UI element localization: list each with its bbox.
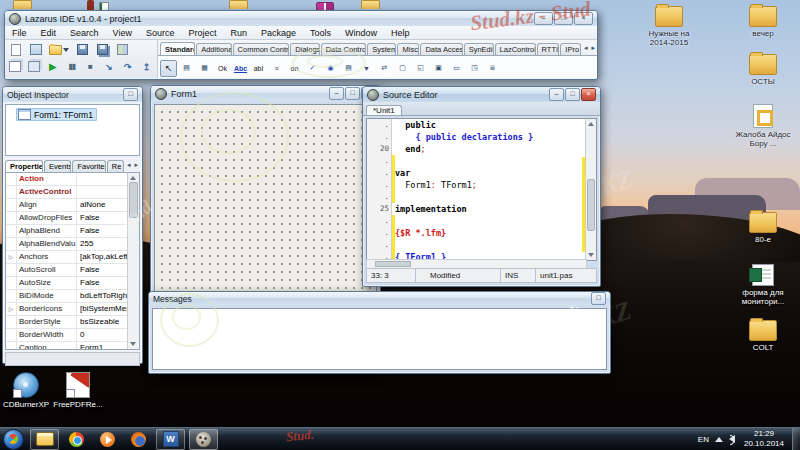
property-row[interactable]: AlignalNone (6, 199, 127, 212)
taskbar-word[interactable]: W (156, 429, 185, 450)
tab-standard[interactable]: Standard (160, 42, 195, 55)
tab-properties[interactable]: Properties (5, 160, 43, 172)
taskbar-explorer[interactable] (30, 429, 59, 450)
desktop-icon-document[interactable]: Жалоба Айдос Бору ... (734, 104, 792, 148)
tree-item-form1[interactable]: Form1: TForm1 (16, 108, 97, 121)
menu-window[interactable]: Window (338, 28, 384, 38)
tradiogroup-icon[interactable]: ◱ (412, 60, 429, 77)
tab-restricted[interactable]: Re (107, 160, 124, 172)
view-forms-button[interactable] (26, 58, 43, 75)
oi-titlebar[interactable]: Object Inspector □ (3, 87, 142, 102)
step-into-button[interactable]: ↘ (101, 58, 118, 75)
desktop-icon-cdburnerxp[interactable]: CDBurnerXP (0, 372, 52, 409)
tbutton-icon[interactable]: Ok (214, 60, 231, 77)
taskbar-media-player[interactable] (94, 430, 121, 449)
tlabel-icon[interactable]: Abc (232, 60, 249, 77)
property-row[interactable]: BorderWidth0 (6, 329, 127, 342)
oi-component-tree[interactable]: Form1: TForm1 (5, 104, 140, 156)
menu-edit[interactable]: Edit (34, 28, 64, 38)
open-dropdown-icon[interactable] (63, 48, 69, 52)
tab-events[interactable]: Events (44, 160, 71, 172)
property-row[interactable]: ▷Anchors[akTop,akLeft] (6, 251, 127, 264)
property-row[interactable]: AutoScrollFalse (6, 264, 127, 277)
menu-tools[interactable]: Tools (303, 28, 338, 38)
desktop-icon-folder[interactable]: ОСТЫ (734, 54, 792, 86)
tab-scroll-right-icon[interactable]: ▸ (590, 44, 598, 52)
desktop-icon-folder[interactable]: 80-е (734, 212, 792, 244)
stop-button[interactable]: ■ (82, 58, 99, 75)
menu-file[interactable]: File (5, 28, 34, 38)
tlistbox-icon[interactable]: ▤ (340, 60, 357, 77)
menu-project[interactable]: Project (181, 28, 223, 38)
show-desktop-button[interactable] (792, 428, 800, 450)
editor-maximize-button[interactable]: □ (565, 88, 580, 101)
oi-scrollbar[interactable] (127, 173, 139, 349)
new-form-button[interactable] (27, 41, 45, 58)
tab-rtti[interactable]: RTTI (537, 43, 560, 55)
editor-minimize-button[interactable]: – (549, 88, 564, 101)
tradiobutton-icon[interactable]: ◉ (322, 60, 339, 77)
run-button[interactable]: ▶ (45, 58, 62, 75)
messages-content[interactable] (152, 308, 607, 370)
menu-package[interactable]: Package (254, 28, 303, 38)
desktop-icon-folder[interactable]: COLT (734, 320, 792, 352)
tab-unit1[interactable]: *Unit1 (366, 105, 402, 115)
tscrollbar-icon[interactable]: ⇄ (376, 60, 393, 77)
property-row[interactable]: ▷BorderIcons[biSystemMenu, (6, 303, 127, 316)
messages-close-button[interactable]: □ (591, 292, 606, 305)
property-row[interactable]: AllowDropFilesFalse (6, 212, 127, 225)
open-button[interactable] (47, 41, 71, 58)
oi-tab-scroll-left-icon[interactable]: ◂ (125, 161, 133, 169)
messages-titlebar[interactable]: Messages □ (149, 292, 610, 305)
oi-tab-scroll-right-icon[interactable]: ▸ (132, 161, 140, 169)
tcheckbox-icon[interactable]: ✓ (304, 60, 321, 77)
tab-system[interactable]: System (367, 43, 396, 55)
save-button[interactable] (73, 41, 91, 58)
partial-folder-icon[interactable] (361, 0, 380, 9)
partial-folder-icon[interactable] (13, 0, 32, 9)
menu-help[interactable]: Help (384, 28, 417, 38)
start-button[interactable] (3, 429, 24, 450)
desktop-icon-spreadsheet[interactable]: форма для монитори... (734, 264, 792, 306)
menu-view[interactable]: View (106, 28, 139, 38)
editor-vscrollbar[interactable] (585, 119, 596, 260)
tcheckgroup-icon[interactable]: ▣ (430, 60, 447, 77)
property-row[interactable]: AlphaBlendValu255 (6, 238, 127, 251)
editor-titlebar[interactable]: Source Editor – □ × (363, 87, 600, 102)
partial-folder-icon[interactable] (229, 0, 248, 9)
tmainmenu-icon[interactable]: ▤ (178, 60, 195, 77)
property-row[interactable]: Action (6, 173, 127, 186)
oi-close-button[interactable]: □ (123, 88, 138, 101)
tab-additional[interactable]: Additional (196, 43, 231, 55)
property-row[interactable]: AutoSizeFalse (6, 277, 127, 290)
taskbar-chrome[interactable] (63, 430, 90, 449)
tab-ipro[interactable]: IPro (560, 43, 581, 55)
property-row[interactable]: BiDiModebdLeftToRight (6, 290, 127, 303)
language-indicator[interactable]: EN (698, 435, 709, 444)
tab-data-access[interactable]: Data Access (420, 43, 462, 55)
hidden-icons-icon[interactable] (715, 437, 723, 442)
desktop-icon-folder[interactable]: Нужные на 2014-2015 (640, 6, 698, 47)
tab-synedit[interactable]: SynEdit (464, 43, 494, 55)
tactionlist-icon[interactable]: ≣ (484, 60, 501, 77)
menu-search[interactable]: Search (63, 28, 106, 38)
tab-scroll-left-icon[interactable]: ◂ (582, 44, 590, 52)
editor-close-button[interactable]: × (581, 88, 596, 101)
save-all-button[interactable] (93, 41, 111, 58)
editor-code-area[interactable]: public { public declarations } end; var … (395, 119, 585, 260)
clock[interactable]: 21:29 20.10.2014 (744, 429, 784, 448)
ide-titlebar[interactable]: Lazarus IDE v1.0.4 - project1 – □ × (5, 11, 597, 26)
tab-data-controls[interactable]: Data Controls (321, 43, 366, 55)
close-button[interactable]: × (574, 12, 593, 25)
step-out-button[interactable]: ↥ (138, 58, 155, 75)
tab-lazcontrols[interactable]: LazControls (495, 43, 536, 55)
property-row[interactable]: ActiveControl (6, 186, 127, 199)
form-titlebar[interactable]: Form1 – □ × (151, 86, 380, 101)
tab-common-controls[interactable]: Common Controls (233, 43, 290, 55)
cursor-tool-icon[interactable]: ↖ (160, 60, 177, 77)
property-row[interactable]: BorderStylebsSizeable (6, 316, 127, 329)
partial-app-icon[interactable] (87, 0, 94, 10)
menu-source[interactable]: Source (139, 28, 182, 38)
desktop-icon-folder[interactable]: вечер (734, 6, 792, 38)
tgroupbox-icon[interactable]: ▢ (394, 60, 411, 77)
